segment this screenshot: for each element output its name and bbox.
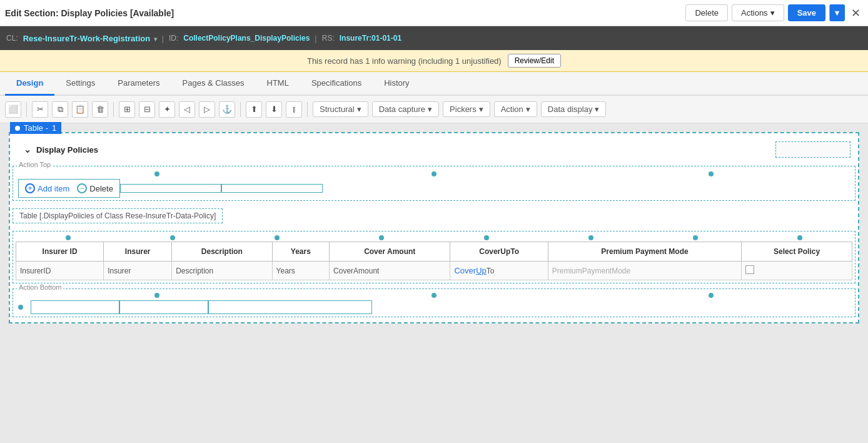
- action-bottom-dots: [18, 292, 850, 300]
- toolbar-cut-icon[interactable]: ✂: [32, 101, 48, 118]
- minus-icon: −: [77, 183, 87, 193]
- tab-specifications[interactable]: Specifications: [300, 72, 373, 96]
- bottom-empty-cell-2: [119, 300, 208, 314]
- toolbar-separator-1: [26, 102, 27, 117]
- bottom-empty-cell-3: [208, 300, 372, 314]
- connector-dot: [431, 293, 437, 298]
- data-table-wrapper: Insurer ID Insurer Description Years Cov…: [13, 231, 855, 283]
- toolbar-layout3-icon[interactable]: ✦: [159, 101, 175, 118]
- tab-html[interactable]: HTML: [256, 72, 300, 96]
- column-dots-row: [16, 234, 852, 242]
- structural-chevron-icon: ▾: [357, 104, 361, 114]
- cell-insurer-id: InsurerID: [16, 262, 104, 280]
- toolbar: ⬜ ✂ ⧉ 📋 🗑 ⊞ ⊟ ✦ ◁ ▷ ⚓ ⬆ ⬇ ⫿ Structural ▾…: [0, 96, 868, 123]
- connector-dot: [154, 293, 159, 298]
- bottom-row-dot: [18, 305, 27, 310]
- action-top-empty-cell-2: [221, 184, 323, 193]
- cell-premium-payment-mode: PremiumPaymentMode: [548, 262, 741, 280]
- page-title: Edit Section: Display Policies [Availabl…: [5, 8, 174, 18]
- col-select-policy: Select Policy: [742, 242, 852, 262]
- plus-icon: +: [25, 183, 35, 193]
- connector-dot: [709, 293, 714, 298]
- tabs-bar: Design Settings Parameters Pages & Class…: [0, 72, 868, 96]
- actions-button[interactable]: Actions ▾: [732, 4, 784, 21]
- cell-cover-amount: CoverAmount: [330, 262, 450, 280]
- toolbar-col-icon[interactable]: ⫿: [286, 101, 302, 118]
- tab-pages-classes[interactable]: Pages & Classes: [171, 72, 256, 96]
- col-years: Years: [272, 242, 329, 262]
- connector-dot: [154, 171, 159, 176]
- cell-select-policy[interactable]: [742, 262, 852, 280]
- col-description: Description: [172, 242, 272, 262]
- toolbar-paste-icon[interactable]: 📋: [72, 101, 88, 118]
- tab-parameters[interactable]: Parameters: [106, 72, 171, 96]
- bottom-empty-cell-1: [31, 300, 119, 314]
- data-display-chevron-icon: ▾: [595, 104, 599, 114]
- table-row: InsurerID Insurer Description Years Cove…: [16, 262, 852, 280]
- action-top-region: Action Top + Add item − Delete: [13, 166, 855, 201]
- table-badge-dot: [15, 126, 20, 131]
- toolbar-copy-icon[interactable]: ⧉: [52, 101, 68, 118]
- toolbar-left-icon[interactable]: ◁: [179, 101, 195, 118]
- save-button[interactable]: Save: [788, 4, 825, 21]
- action-bottom-label: Action Bottom: [17, 283, 63, 291]
- delete-item-button[interactable]: − Delete: [77, 183, 113, 193]
- delete-button[interactable]: Delete: [685, 4, 728, 21]
- toolbar-delete-icon[interactable]: 🗑: [92, 101, 108, 118]
- section-right-empty: [775, 141, 850, 158]
- col-dot: [379, 235, 384, 240]
- section-title-row: ⌄ Display Policies: [13, 136, 855, 163]
- cell-cover-up-to: CoverUpTo: [450, 262, 548, 280]
- select-policy-checkbox[interactable]: [745, 265, 754, 274]
- toolbar-layout1-icon[interactable]: ⊞: [119, 101, 135, 118]
- col-cover-amount: Cover Amount: [330, 242, 450, 262]
- add-item-cell: + Add item − Delete: [18, 179, 120, 198]
- tab-settings[interactable]: Settings: [54, 72, 106, 96]
- toolbar-up-icon[interactable]: ⬆: [246, 101, 262, 118]
- connector-dot: [709, 171, 714, 176]
- action-chevron-icon: ▾: [526, 104, 530, 114]
- toolbar-right-icon[interactable]: ▷: [199, 101, 215, 118]
- structural-dropdown[interactable]: Structural ▾: [313, 101, 368, 117]
- table-container: Table - 1 ⌄ Display Policies Action Top: [9, 132, 859, 323]
- pickers-dropdown[interactable]: Pickers ▾: [443, 101, 490, 117]
- section-chevron-icon[interactable]: ⌄: [24, 145, 31, 155]
- col-dot: [797, 235, 802, 240]
- col-insurer-id: Insurer ID: [16, 242, 104, 262]
- table-info-label: Table [.DisplayPolicies of Class Rese-In…: [13, 208, 223, 223]
- cell-years: Years: [272, 262, 329, 280]
- cl-dropdown-icon[interactable]: ▾: [154, 36, 157, 43]
- col-dot: [66, 235, 71, 240]
- data-table: Insurer ID Insurer Description Years Cov…: [16, 242, 852, 280]
- toolbar-select-icon[interactable]: ⬜: [5, 101, 21, 118]
- action-top-empty-cell-1: [120, 184, 221, 193]
- col-premium-payment-mode: Premium Payment Mode: [548, 242, 741, 262]
- col-dot: [484, 235, 489, 240]
- data-display-dropdown[interactable]: Data display ▾: [541, 101, 607, 117]
- tab-design[interactable]: Design: [5, 72, 54, 96]
- review-edit-button[interactable]: Review/Edit: [508, 54, 561, 68]
- connector-dot: [431, 171, 437, 176]
- action-dropdown[interactable]: Action ▾: [494, 101, 537, 117]
- data-capture-dropdown[interactable]: Data capture ▾: [372, 101, 439, 117]
- col-insurer: Insurer: [104, 242, 172, 262]
- header-actions: Delete Actions ▾ Save ▾ ✕: [685, 4, 863, 23]
- cell-description: Description: [172, 262, 272, 280]
- cell-insurer: Insurer: [104, 262, 172, 280]
- table-header-row: Insurer ID Insurer Description Years Cov…: [16, 242, 852, 262]
- action-top-label: Action Top: [17, 161, 53, 168]
- toolbar-layout2-icon[interactable]: ⊟: [139, 101, 155, 118]
- chevron-down-icon: ▾: [770, 8, 775, 18]
- tab-history[interactable]: History: [373, 72, 420, 96]
- breadcrumb: CL: Rese-InsureTr-Work-Registration ▾ | …: [0, 26, 868, 50]
- warning-text: This record has 1 info warning (includin…: [307, 56, 502, 66]
- toolbar-separator-3: [240, 102, 241, 117]
- toolbar-down-icon[interactable]: ⬇: [266, 101, 282, 118]
- save-dropdown-button[interactable]: ▾: [829, 4, 845, 21]
- action-top-items: + Add item − Delete: [18, 179, 850, 198]
- data-capture-chevron-icon: ▾: [428, 104, 432, 114]
- add-item-button[interactable]: + Add item: [25, 183, 69, 193]
- close-button[interactable]: ✕: [849, 4, 863, 23]
- table-badge[interactable]: Table - 1: [10, 122, 61, 134]
- toolbar-anchor-icon[interactable]: ⚓: [219, 101, 235, 118]
